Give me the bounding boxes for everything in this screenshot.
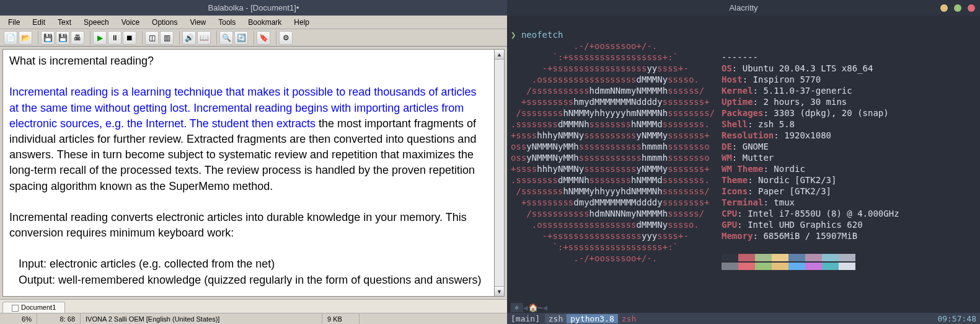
- info-icons-val: : Paper [GTK2/3]: [748, 186, 831, 196]
- color-swatches-light: [722, 263, 976, 270]
- info-kernel-val: : 5.11.0-37-generic: [753, 86, 852, 96]
- new-button[interactable]: 📄: [4, 31, 17, 45]
- info-icons-key: Icons: [722, 186, 748, 196]
- prompt-symbol: ❯: [511, 30, 516, 40]
- menubar: File Edit Text Speech Voice Options View…: [0, 16, 507, 29]
- balabolka-window: Balabolka - [Document1]• File Edit Text …: [0, 0, 507, 324]
- info-terminal-key: Terminal: [722, 197, 763, 207]
- neofetch-logo: .-/+oossssoo+/-. `:+ssssssssssssssssss+:…: [511, 40, 722, 281]
- status-size: 9 KB: [322, 313, 360, 324]
- minimize-icon[interactable]: [462, 4, 470, 12]
- info-dashes: -------: [722, 52, 758, 62]
- info-host-val: : Inspiron 5770: [743, 74, 821, 84]
- info-de-val: : GNOME: [732, 142, 769, 151]
- menu-file[interactable]: File: [2, 17, 25, 28]
- info-theme-val: : Nordic [GTK2/3]: [748, 175, 836, 185]
- print-button[interactable]: 🖶: [71, 31, 84, 45]
- info-de-key: DE: [722, 142, 732, 151]
- info-memory-val: : 6856MiB / 15907MiB: [753, 231, 858, 241]
- tmux-statusbar-top: ⎈ ◀ 🏠 ~ ◀ ✓ ❮ at 09:57:46 AM 🕘: [507, 302, 980, 313]
- pause-button[interactable]: ⏸: [108, 31, 121, 45]
- play-button[interactable]: ▶: [93, 31, 107, 45]
- info-packages-val: : 3303 (dpkg), 20 (snap): [763, 108, 888, 118]
- close-icon[interactable]: [495, 4, 502, 12]
- info-wmtheme-key: WM Theme: [722, 164, 763, 174]
- command-text: neofetch: [521, 30, 563, 40]
- menu-bookmark[interactable]: Bookmark: [242, 17, 287, 28]
- alacritty-titlebar[interactable]: Alacritty: [507, 0, 980, 16]
- stop-button[interactable]: ⏹: [123, 31, 136, 45]
- menu-edit[interactable]: Edit: [27, 17, 51, 28]
- tmux-window-2[interactable]: python3.8: [567, 314, 617, 323]
- split-button[interactable]: ◫: [145, 31, 159, 45]
- info-packages-key: Packages: [722, 108, 763, 118]
- info-os-key: OS: [722, 63, 732, 73]
- tmux-left-segment: ⎈: [511, 303, 523, 312]
- info-shell-val: : zsh 5.8: [748, 119, 795, 129]
- close-icon[interactable]: [968, 4, 975, 12]
- info-wm-val: : Mutter: [732, 153, 774, 163]
- info-host-key: Host: [722, 74, 743, 84]
- menu-help[interactable]: Help: [288, 17, 315, 28]
- info-uptime-key: Uptime: [722, 97, 753, 107]
- home-icon: 🏠: [528, 303, 538, 312]
- statusbar: 6% 8: 68 IVONA 2 Salli OEM [English (Uni…: [0, 313, 507, 324]
- scroll-up-icon[interactable]: ▲: [495, 50, 504, 60]
- info-os-val: : Ubuntu 20.04.3 LTS x86_64: [732, 63, 873, 73]
- doc-li1: Input: electronic articles (e.g. collect…: [9, 256, 488, 272]
- info-wm-key: WM: [722, 153, 732, 163]
- toolbar: 📄 📂 💾 💾 🖶 ▶ ⏸ ⏹ ◫ ▥ 🔊 📖 🔍 🔄 🔖 ⚙: [0, 29, 507, 47]
- tmux-cwd: ~: [538, 303, 543, 312]
- neofetch-info: ------- OS: Ubuntu 20.04.3 LTS x86_64 Ho…: [722, 40, 976, 281]
- save-button[interactable]: 💾: [41, 31, 55, 45]
- merge-button[interactable]: ▥: [160, 31, 174, 45]
- maximize-icon[interactable]: [954, 4, 961, 12]
- terminal[interactable]: ❯ neofetch .-/+oossssoo+/-. `:+sssssssss…: [507, 16, 980, 302]
- doc-heading: What is incremental reading?: [9, 53, 488, 69]
- text-editor[interactable]: What is incremental reading? Incremental…: [2, 49, 495, 297]
- editor-area: What is incremental reading? Incremental…: [0, 47, 507, 299]
- info-gpu-val: : Intel UHD Graphics 620: [737, 220, 862, 230]
- settings-button[interactable]: ⚙: [279, 31, 293, 45]
- color-swatches-dark: [722, 254, 976, 261]
- replace-button[interactable]: 🔄: [234, 31, 248, 45]
- tmux-statusbar-bottom: [main] zsh python3.8 zsh 09:57:48: [507, 313, 980, 324]
- info-cpu-key: CPU: [722, 209, 737, 218]
- document-tabs: Document1: [0, 299, 507, 313]
- menu-options[interactable]: Options: [146, 17, 183, 28]
- tab-label: Document1: [21, 304, 56, 311]
- open-button[interactable]: 📂: [19, 31, 32, 45]
- menu-speech[interactable]: Speech: [78, 17, 115, 28]
- menu-tools[interactable]: Tools: [213, 17, 241, 28]
- info-kernel-key: Kernel: [722, 86, 753, 96]
- status-position: 8: 68: [37, 313, 81, 324]
- dictionary-button[interactable]: 📖: [197, 31, 211, 45]
- info-terminal-val: : tmux: [763, 197, 795, 207]
- save-all-button[interactable]: 💾: [56, 31, 69, 45]
- scroll-down-icon[interactable]: ▼: [495, 286, 504, 296]
- tmux-window-1[interactable]: zsh: [545, 314, 567, 323]
- vertical-scrollbar[interactable]: ▲ ▼: [495, 49, 505, 297]
- export-audio-button[interactable]: 🔊: [182, 31, 196, 45]
- info-resolution-key: Resolution: [722, 130, 774, 140]
- menu-view[interactable]: View: [184, 17, 211, 28]
- bookmark-button[interactable]: 🔖: [257, 31, 270, 45]
- info-cpu-val: : Intel i7-8550U (8) @ 4.000GHz: [737, 209, 899, 218]
- status-voice: IVONA 2 Salli OEM [English (United State…: [81, 313, 322, 324]
- find-button[interactable]: 🔍: [219, 31, 233, 45]
- balabolka-title: Balabolka - [Document1]•: [208, 3, 299, 12]
- info-resolution-val: : 1920x1080: [774, 130, 831, 140]
- menu-voice[interactable]: Voice: [116, 17, 145, 28]
- tmux-session[interactable]: [main]: [511, 314, 540, 323]
- tab-document1[interactable]: Document1: [2, 302, 65, 313]
- info-wmtheme-val: : Nordic: [763, 164, 805, 174]
- info-theme-key: Theme: [722, 175, 748, 185]
- document-icon: [12, 305, 19, 312]
- minimize-icon[interactable]: [940, 4, 948, 12]
- doc-p2: Incremental reading converts electronic …: [9, 210, 488, 241]
- menu-text[interactable]: Text: [52, 17, 77, 28]
- maximize-icon[interactable]: [479, 4, 486, 12]
- balabolka-titlebar[interactable]: Balabolka - [Document1]•: [0, 0, 507, 16]
- tmux-window-3[interactable]: zsh: [618, 314, 640, 323]
- info-gpu-key: GPU: [722, 220, 737, 230]
